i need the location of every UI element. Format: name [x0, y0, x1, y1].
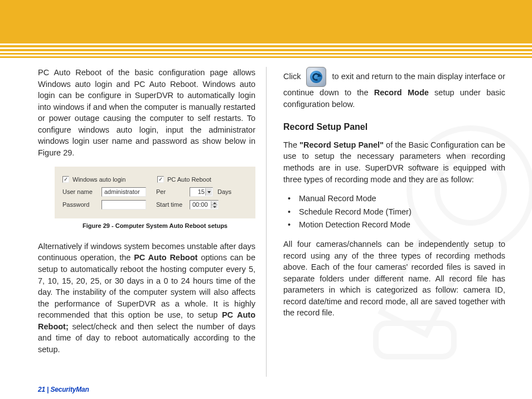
page-footer: 21 | SecurityMan	[38, 386, 89, 393]
paragraph: Alternatively if windows system becomes …	[38, 241, 255, 356]
checkbox-pc-auto-reboot[interactable]: ✓	[157, 176, 164, 183]
list-item: Motion Detection Record Mode	[283, 219, 505, 231]
figure-29-panel: ✓ Windows auto login ✓ PC Auto Reboot Us…	[55, 167, 255, 219]
figure-caption: Figure 29 - Computer System Auto Reboot …	[55, 222, 255, 231]
bullet-list: Manual Record Mode Schedule Record Mode …	[283, 193, 505, 231]
input-username[interactable]: administrator	[101, 187, 146, 197]
right-column: Click to exit and return to the main dis…	[268, 67, 532, 382]
exit-icon[interactable]	[306, 67, 326, 87]
select-per-days[interactable]: 15	[190, 187, 213, 197]
header-band	[0, 0, 532, 58]
left-column: PC Auto Reboot of the basic configuratio…	[0, 67, 268, 382]
input-start-time[interactable]: 00:00	[190, 200, 219, 210]
label-password: Password	[62, 201, 101, 210]
paragraph: Click to exit and return to the main dis…	[283, 67, 505, 110]
list-item: Schedule Record Mode (Timer)	[283, 206, 505, 218]
label-days: Days	[217, 188, 231, 197]
checkbox-windows-auto-login[interactable]: ✓	[62, 176, 69, 183]
spinner-icon[interactable]	[211, 201, 217, 208]
paragraph: The "Record Setup Panel" of the Basic Co…	[283, 139, 505, 185]
paragraph: PC Auto Reboot of the basic configuratio…	[38, 67, 255, 159]
section-heading: Record Setup Panel	[283, 121, 505, 134]
chevron-down-icon[interactable]	[205, 188, 212, 196]
label-per: Per	[156, 188, 190, 197]
label-username: User name	[62, 188, 101, 197]
checkbox-label: Windows auto login	[72, 176, 125, 184]
input-password[interactable]	[101, 200, 146, 210]
list-item: Manual Record Mode	[283, 193, 505, 205]
paragraph: All four cameras/channels can be indepen…	[283, 239, 505, 319]
checkbox-label: PC Auto Reboot	[167, 176, 211, 184]
label-start-time: Start time	[156, 201, 190, 210]
